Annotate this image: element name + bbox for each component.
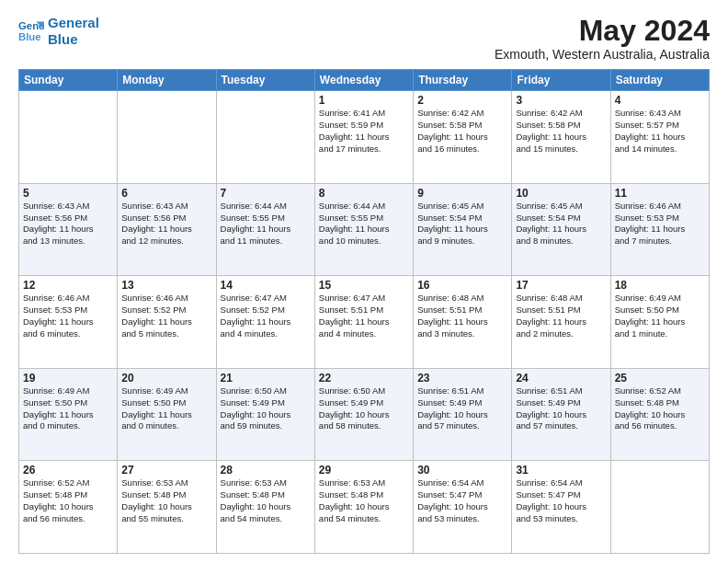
calendar-week-5: 26Sunrise: 6:52 AM Sunset: 5:48 PM Dayli… xyxy=(19,461,710,554)
table-row: 23Sunrise: 6:51 AM Sunset: 5:49 PM Dayli… xyxy=(414,368,512,461)
location: Exmouth, Western Australia, Australia xyxy=(495,47,710,62)
table-row: 4Sunrise: 6:43 AM Sunset: 5:57 PM Daylig… xyxy=(610,91,709,184)
calendar-table: Sunday Monday Tuesday Wednesday Thursday… xyxy=(18,69,710,554)
table-row: 21Sunrise: 6:50 AM Sunset: 5:49 PM Dayli… xyxy=(216,368,314,461)
cell-day-number: 16 xyxy=(417,279,507,292)
cell-info: Sunrise: 6:43 AM Sunset: 5:57 PM Dayligh… xyxy=(615,108,705,155)
header: General Blue General Blue May 2024 Exmou… xyxy=(18,15,710,62)
table-row: 16Sunrise: 6:48 AM Sunset: 5:51 PM Dayli… xyxy=(414,276,512,369)
cell-day-number: 28 xyxy=(221,464,311,477)
cell-day-number: 5 xyxy=(23,187,113,200)
cell-day-number: 31 xyxy=(516,464,606,477)
table-row: 9Sunrise: 6:45 AM Sunset: 5:54 PM Daylig… xyxy=(414,183,512,276)
cell-info: Sunrise: 6:46 AM Sunset: 5:52 PM Dayligh… xyxy=(121,293,211,339)
cell-info: Sunrise: 6:49 AM Sunset: 5:50 PM Dayligh… xyxy=(121,385,211,432)
cell-info: Sunrise: 6:54 AM Sunset: 5:47 PM Dayligh… xyxy=(516,477,606,524)
cell-info: Sunrise: 6:47 AM Sunset: 5:52 PM Dayligh… xyxy=(221,293,311,339)
table-row: 10Sunrise: 6:45 AM Sunset: 5:54 PM Dayli… xyxy=(512,183,610,276)
table-row: 18Sunrise: 6:49 AM Sunset: 5:50 PM Dayli… xyxy=(610,276,709,369)
cell-info: Sunrise: 6:53 AM Sunset: 5:48 PM Dayligh… xyxy=(319,477,409,524)
col-thursday: Thursday xyxy=(414,70,512,91)
cell-info: Sunrise: 6:54 AM Sunset: 5:47 PM Dayligh… xyxy=(417,477,507,524)
table-row xyxy=(118,91,216,184)
calendar-week-3: 12Sunrise: 6:46 AM Sunset: 5:53 PM Dayli… xyxy=(19,276,710,369)
cell-day-number: 10 xyxy=(516,187,606,200)
cell-info: Sunrise: 6:49 AM Sunset: 5:50 PM Dayligh… xyxy=(23,385,113,432)
cell-info: Sunrise: 6:50 AM Sunset: 5:49 PM Dayligh… xyxy=(221,385,311,432)
cell-info: Sunrise: 6:43 AM Sunset: 5:56 PM Dayligh… xyxy=(23,201,113,247)
table-row: 1Sunrise: 6:41 AM Sunset: 5:59 PM Daylig… xyxy=(314,91,413,184)
cell-info: Sunrise: 6:46 AM Sunset: 5:53 PM Dayligh… xyxy=(23,293,113,339)
cell-info: Sunrise: 6:51 AM Sunset: 5:49 PM Dayligh… xyxy=(516,385,606,432)
col-monday: Monday xyxy=(118,70,216,91)
cell-info: Sunrise: 6:47 AM Sunset: 5:51 PM Dayligh… xyxy=(319,293,409,339)
cell-info: Sunrise: 6:53 AM Sunset: 5:48 PM Dayligh… xyxy=(121,477,211,524)
cell-info: Sunrise: 6:51 AM Sunset: 5:49 PM Dayligh… xyxy=(417,385,507,432)
logo-line2: Blue xyxy=(48,31,78,47)
cell-info: Sunrise: 6:42 AM Sunset: 5:58 PM Dayligh… xyxy=(516,108,606,155)
table-row: 25Sunrise: 6:52 AM Sunset: 5:48 PM Dayli… xyxy=(610,368,709,461)
cell-day-number: 4 xyxy=(615,94,705,107)
table-row: 11Sunrise: 6:46 AM Sunset: 5:53 PM Dayli… xyxy=(610,183,709,276)
col-friday: Friday xyxy=(512,70,610,91)
cell-info: Sunrise: 6:50 AM Sunset: 5:49 PM Dayligh… xyxy=(319,385,409,432)
cell-day-number: 26 xyxy=(23,464,113,477)
cell-info: Sunrise: 6:45 AM Sunset: 5:54 PM Dayligh… xyxy=(516,201,606,247)
calendar-week-2: 5Sunrise: 6:43 AM Sunset: 5:56 PM Daylig… xyxy=(19,183,710,276)
cell-info: Sunrise: 6:44 AM Sunset: 5:55 PM Dayligh… xyxy=(319,201,409,247)
cell-info: Sunrise: 6:43 AM Sunset: 5:56 PM Dayligh… xyxy=(121,201,211,247)
cell-day-number: 22 xyxy=(319,372,409,385)
table-row xyxy=(216,91,314,184)
cell-day-number: 13 xyxy=(121,279,211,292)
cell-day-number: 17 xyxy=(516,279,606,292)
col-saturday: Saturday xyxy=(610,70,709,91)
logo-line1: General xyxy=(48,15,99,30)
cell-info: Sunrise: 6:53 AM Sunset: 5:48 PM Dayligh… xyxy=(221,477,311,524)
cell-day-number: 18 xyxy=(615,279,705,292)
cell-day-number: 11 xyxy=(615,187,705,200)
cell-day-number: 24 xyxy=(516,372,606,385)
cell-day-number: 3 xyxy=(516,94,606,107)
table-row: 12Sunrise: 6:46 AM Sunset: 5:53 PM Dayli… xyxy=(19,276,118,369)
cell-day-number: 6 xyxy=(121,187,211,200)
table-row: 29Sunrise: 6:53 AM Sunset: 5:48 PM Dayli… xyxy=(314,461,413,554)
calendar-body: 1Sunrise: 6:41 AM Sunset: 5:59 PM Daylig… xyxy=(19,91,710,554)
page: General Blue General Blue May 2024 Exmou… xyxy=(0,0,728,563)
cell-info: Sunrise: 6:48 AM Sunset: 5:51 PM Dayligh… xyxy=(417,293,507,339)
table-row: 3Sunrise: 6:42 AM Sunset: 5:58 PM Daylig… xyxy=(512,91,610,184)
header-row: Sunday Monday Tuesday Wednesday Thursday… xyxy=(19,70,710,91)
cell-info: Sunrise: 6:46 AM Sunset: 5:53 PM Dayligh… xyxy=(615,201,705,247)
table-row xyxy=(19,91,118,184)
cell-day-number: 21 xyxy=(221,372,311,385)
table-row: 17Sunrise: 6:48 AM Sunset: 5:51 PM Dayli… xyxy=(512,276,610,369)
table-row: 28Sunrise: 6:53 AM Sunset: 5:48 PM Dayli… xyxy=(216,461,314,554)
cell-info: Sunrise: 6:48 AM Sunset: 5:51 PM Dayligh… xyxy=(516,293,606,339)
cell-day-number: 1 xyxy=(319,94,409,107)
cell-info: Sunrise: 6:52 AM Sunset: 5:48 PM Dayligh… xyxy=(23,477,113,524)
cell-day-number: 20 xyxy=(121,372,211,385)
cell-day-number: 8 xyxy=(319,187,409,200)
table-row: 22Sunrise: 6:50 AM Sunset: 5:49 PM Dayli… xyxy=(314,368,413,461)
title-block: May 2024 Exmouth, Western Australia, Aus… xyxy=(495,15,710,62)
calendar-week-4: 19Sunrise: 6:49 AM Sunset: 5:50 PM Dayli… xyxy=(19,368,710,461)
col-sunday: Sunday xyxy=(19,70,118,91)
cell-day-number: 27 xyxy=(121,464,211,477)
table-row: 2Sunrise: 6:42 AM Sunset: 5:58 PM Daylig… xyxy=(414,91,512,184)
cell-day-number: 30 xyxy=(417,464,507,477)
col-wednesday: Wednesday xyxy=(314,70,413,91)
table-row: 31Sunrise: 6:54 AM Sunset: 5:47 PM Dayli… xyxy=(512,461,610,554)
cell-day-number: 29 xyxy=(319,464,409,477)
table-row: 19Sunrise: 6:49 AM Sunset: 5:50 PM Dayli… xyxy=(19,368,118,461)
cell-info: Sunrise: 6:49 AM Sunset: 5:50 PM Dayligh… xyxy=(615,293,705,339)
table-row: 26Sunrise: 6:52 AM Sunset: 5:48 PM Dayli… xyxy=(19,461,118,554)
cell-info: Sunrise: 6:42 AM Sunset: 5:58 PM Dayligh… xyxy=(417,108,507,155)
cell-info: Sunrise: 6:45 AM Sunset: 5:54 PM Dayligh… xyxy=(417,201,507,247)
col-tuesday: Tuesday xyxy=(216,70,314,91)
month-year: May 2024 xyxy=(495,15,710,47)
cell-day-number: 12 xyxy=(23,279,113,292)
table-row: 24Sunrise: 6:51 AM Sunset: 5:49 PM Dayli… xyxy=(512,368,610,461)
logo-icon: General Blue xyxy=(18,18,44,44)
table-row: 7Sunrise: 6:44 AM Sunset: 5:55 PM Daylig… xyxy=(216,183,314,276)
table-row: 15Sunrise: 6:47 AM Sunset: 5:51 PM Dayli… xyxy=(314,276,413,369)
cell-day-number: 9 xyxy=(417,187,507,200)
